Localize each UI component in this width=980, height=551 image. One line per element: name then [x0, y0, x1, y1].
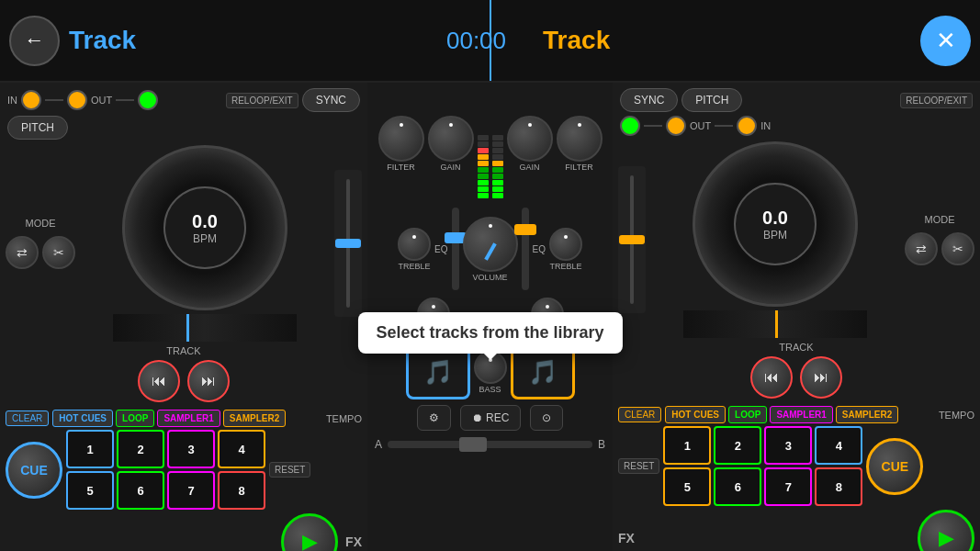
right-sync-button[interactable]: SYNC: [620, 88, 678, 112]
mixer-button[interactable]: ⚙: [417, 405, 451, 431]
left-pad-2[interactable]: 2: [117, 430, 164, 468]
left-pitch-button[interactable]: PITCH: [7, 116, 68, 140]
right-pad-4[interactable]: 4: [815, 426, 862, 465]
volume-knob[interactable]: [463, 217, 518, 272]
right-pitch-button[interactable]: PITCH: [681, 88, 742, 112]
left-volume-fader[interactable]: [452, 208, 459, 290]
left-play-button[interactable]: ▶: [281, 513, 338, 551]
right-mode-section: MODE ⇄ ✂: [905, 214, 974, 265]
right-fx-label[interactable]: FX: [618, 531, 635, 545]
right-track-label: Track: [543, 26, 610, 55]
left-in-dot: [21, 90, 41, 110]
right-out-dot: [666, 116, 686, 136]
right-treble-label: TREBLE: [549, 262, 581, 271]
right-gain-knob[interactable]: [507, 116, 553, 162]
left-pad-6[interactable]: 6: [117, 471, 164, 510]
right-reloop-button[interactable]: RELOOP/EXIT: [900, 93, 973, 108]
left-fx-label[interactable]: FX: [345, 534, 362, 549]
left-io-line2: [116, 99, 134, 101]
right-play-button[interactable]: ▶: [918, 510, 974, 551]
right-treble-knob[interactable]: [549, 228, 582, 261]
left-pads-bottom: 5 6 7 8: [66, 471, 265, 510]
right-filter-knob[interactable]: [557, 116, 603, 162]
left-pitch-thumb: [335, 239, 361, 248]
right-track-controls: ⏮ ⏭: [613, 353, 980, 402]
left-pad-4[interactable]: 4: [218, 430, 265, 468]
left-pad-3[interactable]: 3: [167, 430, 215, 468]
right-pad-1[interactable]: 1: [663, 426, 711, 465]
back-button[interactable]: ←: [9, 16, 60, 66]
right-pitch-slider[interactable]: [618, 166, 646, 313]
crossfader-b-label: B: [598, 438, 605, 451]
right-pad-tabs: HOT CUES LOOP SAMPLER1 SAMPLER2: [665, 406, 898, 423]
right-reset-button[interactable]: RESET: [618, 458, 659, 474]
right-pad-7[interactable]: 7: [764, 467, 812, 506]
crossfader-thumb: [459, 437, 487, 452]
left-sync-button[interactable]: SYNC: [302, 88, 360, 112]
left-pad-1[interactable]: 1: [66, 430, 114, 468]
left-treble-label: TREBLE: [399, 262, 431, 271]
right-next-button[interactable]: ⏭: [800, 356, 842, 399]
right-hotcues-tab[interactable]: HOT CUES: [665, 406, 726, 423]
left-mode-btn1[interactable]: ⇄: [6, 236, 39, 269]
left-out-dot: [67, 90, 87, 110]
right-clear-button[interactable]: CLEAR: [618, 407, 661, 422]
right-pitch-thumb: [619, 235, 645, 244]
left-in-label: IN: [7, 95, 17, 106]
left-cue-button[interactable]: CUE: [6, 442, 62, 499]
left-vu-meter: [478, 88, 489, 198]
left-next-button[interactable]: ⏭: [187, 360, 230, 402]
left-hotcues-tab[interactable]: HOT CUES: [52, 410, 113, 427]
left-mode-btn2[interactable]: ✂: [42, 236, 75, 269]
left-bpm-value: 0.0: [192, 211, 218, 232]
left-pad-8[interactable]: 8: [218, 471, 265, 510]
right-mode-btn1[interactable]: ⇄: [905, 232, 938, 265]
right-pad-5[interactable]: 5: [663, 467, 711, 506]
left-waveform: [113, 314, 297, 342]
right-pitch-track: [630, 175, 634, 304]
right-io-line: [644, 125, 662, 127]
left-bpm-label: BPM: [193, 232, 217, 245]
left-eq-label: EQ: [434, 244, 447, 254]
left-mode-label: MODE: [26, 218, 56, 229]
left-pitch-slider[interactable]: [334, 170, 362, 317]
left-sampler2-tab[interactable]: SAMPLER2: [223, 410, 286, 427]
right-loop-tab[interactable]: LOOP: [728, 406, 767, 423]
right-cue-button[interactable]: CUE: [866, 438, 923, 495]
left-sampler1-tab[interactable]: SAMPLER1: [157, 410, 220, 427]
right-track-label-static: TRACK: [779, 342, 813, 353]
right-pad-2[interactable]: 2: [714, 426, 761, 465]
right-mode-btn2[interactable]: ✂: [941, 232, 974, 265]
left-pad-7[interactable]: 7: [167, 471, 215, 510]
right-pad-6[interactable]: 6: [714, 467, 761, 506]
target-button[interactable]: ⊙: [530, 405, 563, 431]
right-pad-3[interactable]: 3: [764, 426, 812, 465]
crossfader-row: A B: [367, 434, 613, 455]
right-sampler1-tab[interactable]: SAMPLER1: [770, 406, 832, 423]
right-out-label: OUT: [690, 120, 711, 131]
left-reloop-button[interactable]: RELOOP/EXIT: [226, 93, 299, 108]
right-pads-top: 1 2 3 4: [663, 426, 862, 465]
crossfader-track[interactable]: [388, 441, 592, 448]
right-sampler2-tab[interactable]: SAMPLER2: [836, 406, 898, 423]
right-prev-button[interactable]: ⏮: [750, 356, 793, 399]
right-volume-fader[interactable]: [522, 208, 529, 290]
right-gain-label: GAIN: [519, 163, 539, 172]
left-loop-tab[interactable]: LOOP: [116, 410, 154, 427]
close-button[interactable]: ✕: [920, 16, 971, 66]
right-pad-8[interactable]: 8: [815, 467, 862, 506]
right-turntable[interactable]: 0.0 BPM: [693, 141, 858, 307]
left-green-dot: [138, 90, 158, 110]
left-filter-knob[interactable]: [378, 116, 424, 162]
left-gain-knob[interactable]: [428, 116, 474, 162]
left-reset-button[interactable]: RESET: [269, 462, 310, 478]
left-prev-button[interactable]: ⏮: [138, 360, 180, 402]
left-turntable-inner: 0.0 BPM: [163, 186, 246, 269]
left-mode-section: MODE ⇄ ✂: [6, 218, 75, 269]
left-treble-knob[interactable]: [398, 228, 431, 261]
left-turntable[interactable]: 0.0 BPM: [122, 145, 287, 310]
left-pad-5[interactable]: 5: [66, 471, 114, 510]
left-out-label: OUT: [91, 95, 112, 106]
left-clear-button[interactable]: CLEAR: [6, 410, 49, 426]
rec-button[interactable]: ⏺ REC: [460, 405, 522, 431]
